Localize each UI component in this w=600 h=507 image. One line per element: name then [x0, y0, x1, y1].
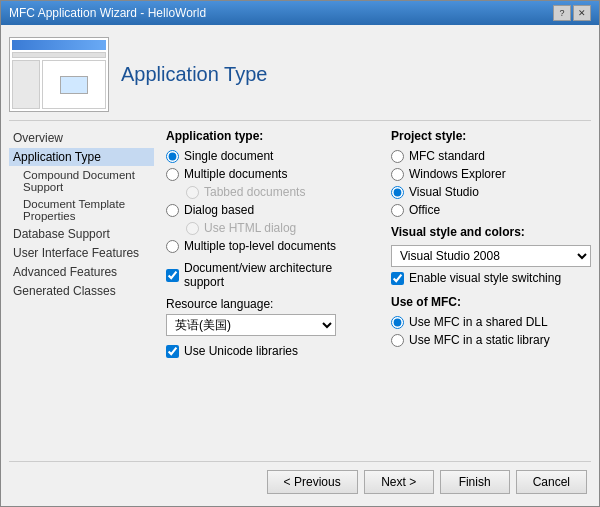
preview-titlebar [12, 40, 106, 50]
right-options: Project style: MFC standard Windows Expl… [391, 129, 591, 453]
preview-main [42, 60, 106, 109]
sidebar-item-overview[interactable]: Overview [9, 129, 154, 147]
doc-view-checkbox[interactable] [166, 269, 179, 282]
radio-tabbed-documents: Tabbed documents [166, 185, 375, 199]
radio-visual-studio-input[interactable] [391, 186, 404, 199]
left-options: Application type: Single document Multip… [166, 129, 375, 453]
previous-button[interactable]: < Previous [267, 470, 358, 494]
visual-colors-section: Visual style and colors: Visual Studio 2… [391, 225, 591, 285]
radio-visual-studio: Visual Studio [391, 185, 591, 199]
enable-switching-label: Enable visual style switching [409, 271, 561, 285]
radio-dialog-input[interactable] [166, 204, 179, 217]
cancel-button[interactable]: Cancel [516, 470, 587, 494]
unicode-label: Use Unicode libraries [184, 344, 298, 358]
radio-windows-explorer-label: Windows Explorer [409, 167, 506, 181]
app-type-radio-group: Single document Multiple documents Tabbe… [166, 149, 375, 253]
unicode-checkbox[interactable] [166, 345, 179, 358]
radio-mfc-standard: MFC standard [391, 149, 591, 163]
use-mfc-radio-group: Use MFC in a shared DLL Use MFC in a sta… [391, 315, 591, 347]
radio-multiple-label: Multiple documents [184, 167, 287, 181]
window-title: MFC Application Wizard - HelloWorld [9, 6, 206, 20]
project-style-label: Project style: [391, 129, 591, 143]
sidebar-item-application-type[interactable]: Application Type [9, 148, 154, 166]
close-button[interactable]: ✕ [573, 5, 591, 21]
radio-office-input[interactable] [391, 204, 404, 217]
radio-dialog-label: Dialog based [184, 203, 254, 217]
preview-sidebar [12, 60, 40, 109]
radio-static-lib: Use MFC in a static library [391, 333, 591, 347]
radio-shared-dll-label: Use MFC in a shared DLL [409, 315, 548, 329]
visual-style-select[interactable]: Visual Studio 2008 [391, 245, 591, 267]
radio-static-lib-label: Use MFC in a static library [409, 333, 550, 347]
radio-multiple-input[interactable] [166, 168, 179, 181]
radio-shared-dll-input[interactable] [391, 316, 404, 329]
radio-dialog-based: Dialog based [166, 203, 375, 217]
doc-view-checkbox-row: Document/view architecture support [166, 261, 375, 289]
radio-visual-studio-label: Visual Studio [409, 185, 479, 199]
unicode-checkbox-row: Use Unicode libraries [166, 344, 375, 358]
radio-windows-explorer: Windows Explorer [391, 167, 591, 181]
doc-view-label: Document/view architecture support [184, 261, 375, 289]
main-window: MFC Application Wizard - HelloWorld ? ✕ … [0, 0, 600, 507]
preview-image [9, 37, 109, 112]
visual-style-label: Visual style and colors: [391, 225, 591, 239]
use-mfc-label: Use of MFC: [391, 295, 591, 309]
radio-office: Office [391, 203, 591, 217]
page-title: Application Type [121, 63, 267, 86]
radio-toplevel: Multiple top-level documents [166, 239, 375, 253]
enable-switching-checkbox[interactable] [391, 272, 404, 285]
sidebar-item-advanced-features[interactable]: Advanced Features [9, 263, 154, 281]
footer: < Previous Next > Finish Cancel [9, 461, 591, 498]
use-mfc-section: Use of MFC: Use MFC in a shared DLL Use … [391, 295, 591, 347]
radio-multiple-documents: Multiple documents [166, 167, 375, 181]
body-area: Overview Application Type Compound Docum… [9, 129, 591, 453]
project-style-radio-group: MFC standard Windows Explorer Visual Stu… [391, 149, 591, 217]
radio-shared-dll: Use MFC in a shared DLL [391, 315, 591, 329]
preview-toolbar [12, 52, 106, 58]
radio-toplevel-input[interactable] [166, 240, 179, 253]
next-button[interactable]: Next > [364, 470, 434, 494]
sidebar-item-generated-classes[interactable]: Generated Classes [9, 282, 154, 300]
sidebar-item-document-template[interactable]: Document Template Properties [9, 196, 154, 224]
radio-single-label: Single document [184, 149, 273, 163]
titlebar-controls: ? ✕ [553, 5, 591, 21]
main-content: Application Type Overview Application Ty… [1, 25, 599, 506]
sidebar-item-database-support[interactable]: Database Support [9, 225, 154, 243]
radio-html-dialog: Use HTML dialog [166, 221, 375, 235]
visual-select-row: Visual Studio 2008 [391, 245, 591, 267]
resource-section: Resource language: 英语(美国) [166, 297, 375, 336]
radio-static-lib-input[interactable] [391, 334, 404, 347]
enable-switching-row: Enable visual style switching [391, 271, 591, 285]
help-button[interactable]: ? [553, 5, 571, 21]
titlebar: MFC Application Wizard - HelloWorld ? ✕ [1, 1, 599, 25]
finish-button[interactable]: Finish [440, 470, 510, 494]
app-type-label: Application type: [166, 129, 375, 143]
radio-html-input[interactable] [186, 222, 199, 235]
resource-select[interactable]: 英语(美国) [166, 314, 336, 336]
radio-tabbed-label: Tabbed documents [204, 185, 305, 199]
sidebar-item-ui-features[interactable]: User Interface Features [9, 244, 154, 262]
radio-html-label: Use HTML dialog [204, 221, 296, 235]
radio-single-input[interactable] [166, 150, 179, 163]
radio-tabbed-input[interactable] [186, 186, 199, 199]
radio-windows-explorer-input[interactable] [391, 168, 404, 181]
radio-mfc-standard-label: MFC standard [409, 149, 485, 163]
preview-inner-doc [60, 76, 88, 94]
preview-body [12, 60, 106, 109]
radio-single-document: Single document [166, 149, 375, 163]
sidebar-item-compound-document[interactable]: Compound Document Support [9, 167, 154, 195]
radio-mfc-standard-input[interactable] [391, 150, 404, 163]
radio-toplevel-label: Multiple top-level documents [184, 239, 336, 253]
sidebar: Overview Application Type Compound Docum… [9, 129, 154, 453]
header-area: Application Type [9, 33, 591, 121]
resource-label: Resource language: [166, 297, 375, 311]
radio-office-label: Office [409, 203, 440, 217]
content-area: Application type: Single document Multip… [166, 129, 591, 453]
